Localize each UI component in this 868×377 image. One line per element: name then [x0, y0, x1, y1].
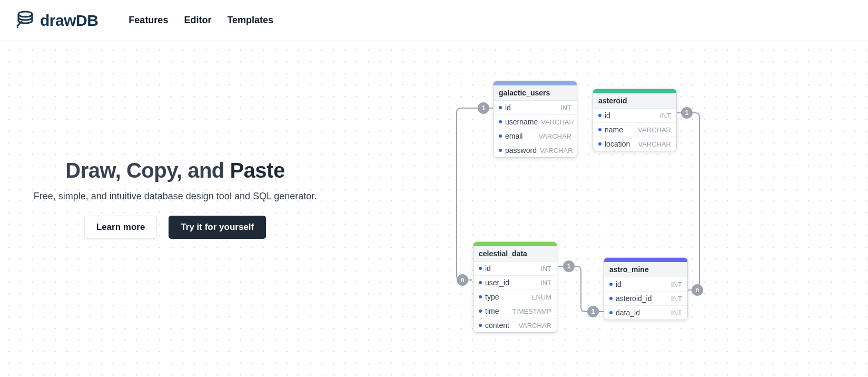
- table-title: asteroid: [593, 93, 676, 109]
- table-row[interactable]: asteroid_idINT: [604, 292, 687, 306]
- key-dot-icon: [479, 295, 482, 298]
- table-galactic-users[interactable]: galactic_users idINT usernameVARCHAR ema…: [493, 81, 577, 158]
- svg-text:n: n: [460, 276, 464, 284]
- svg-point-7: [692, 284, 703, 296]
- key-dot-icon: [609, 297, 613, 300]
- key-dot-icon: [479, 267, 482, 270]
- brand-name: drawDB: [40, 12, 98, 30]
- key-dot-icon: [479, 324, 482, 327]
- relationship-lines: 1 n 1 n 1 1: [0, 41, 868, 377]
- table-row[interactable]: user_idINT: [474, 276, 557, 290]
- key-dot-icon: [609, 311, 613, 314]
- key-dot-icon: [499, 134, 502, 138]
- nav-features[interactable]: Features: [129, 15, 168, 26]
- main-nav: Features Editor Templates: [129, 15, 273, 26]
- nav-templates[interactable]: Templates: [227, 15, 273, 26]
- table-row[interactable]: typeENUM: [474, 290, 557, 304]
- table-astro-mine[interactable]: astro_mine idINT asteroid_idINT data_idI…: [604, 257, 688, 320]
- table-row[interactable]: idINT: [494, 101, 577, 115]
- key-dot-icon: [499, 120, 502, 123]
- svg-point-3: [457, 274, 468, 286]
- table-row[interactable]: usernameVARCHAR: [494, 115, 577, 129]
- svg-point-9: [563, 260, 575, 272]
- hero-section: Draw, Copy, and Paste Free, simple, and …: [0, 41, 868, 377]
- table-row[interactable]: timeTIMESTAMP: [474, 304, 557, 318]
- key-dot-icon: [499, 149, 502, 152]
- table-row[interactable]: emailVARCHAR: [494, 129, 577, 143]
- key-dot-icon: [598, 114, 601, 117]
- svg-text:1: 1: [591, 308, 595, 315]
- table-row[interactable]: idINT: [604, 277, 687, 292]
- table-row[interactable]: passwordVARCHAR: [494, 143, 577, 157]
- key-dot-icon: [479, 281, 482, 284]
- key-dot-icon: [598, 128, 601, 131]
- header: drawDB Features Editor Templates: [0, 0, 868, 41]
- table-color-bar: [593, 89, 676, 93]
- svg-point-5: [681, 107, 693, 119]
- table-row[interactable]: data_idINT: [604, 306, 687, 320]
- svg-point-11: [587, 306, 599, 317]
- key-dot-icon: [598, 142, 601, 146]
- table-row[interactable]: locationVARCHAR: [593, 137, 676, 151]
- table-row[interactable]: contentVARCHAR: [474, 318, 557, 332]
- table-asteroid[interactable]: asteroid idINT nameVARCHAR locationVARCH…: [593, 89, 677, 151]
- table-title: astro_mine: [604, 262, 687, 277]
- svg-point-0: [18, 12, 32, 17]
- svg-text:n: n: [695, 286, 699, 294]
- table-row[interactable]: idINT: [474, 262, 557, 276]
- table-celestial-data[interactable]: celestial_data idINT user_idINT typeENUM…: [473, 241, 557, 333]
- key-dot-icon: [609, 283, 613, 286]
- key-dot-icon: [499, 106, 502, 109]
- svg-point-1: [478, 102, 489, 114]
- table-row[interactable]: idINT: [593, 109, 676, 123]
- table-color-bar: [604, 258, 687, 262]
- key-dot-icon: [479, 310, 482, 313]
- svg-text:1: 1: [567, 263, 571, 270]
- nav-editor[interactable]: Editor: [184, 15, 211, 26]
- logo[interactable]: drawDB: [16, 10, 98, 31]
- table-color-bar: [494, 81, 577, 85]
- er-diagram: 1 n 1 n 1 1 galactic_users idINT usernam…: [0, 41, 868, 377]
- svg-text:1: 1: [482, 104, 486, 112]
- table-title: galactic_users: [494, 85, 577, 101]
- logo-icon: [16, 10, 35, 31]
- table-row[interactable]: nameVARCHAR: [593, 123, 676, 137]
- svg-text:1: 1: [685, 109, 689, 117]
- table-title: celestial_data: [474, 246, 557, 262]
- table-color-bar: [474, 242, 557, 246]
